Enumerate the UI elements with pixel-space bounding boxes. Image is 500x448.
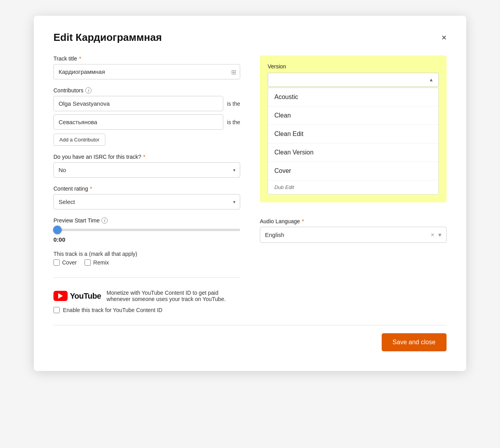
right-column: Version ▲ Acoustic Clean Clean Edit Clea… [260,55,447,313]
track-type-checkbox-row: Cover Remix [53,259,240,266]
track-title-group: Track title * ⊞ [53,55,240,79]
preview-start-time-label: Preview Start Time i [53,217,240,224]
isrc-label: Do you have an ISRC for this track? * [53,154,240,160]
version-section: Version ▲ Acoustic Clean Clean Edit Clea… [260,55,447,202]
left-column: Track title * ⊞ Contributors i is the [53,55,240,313]
isrc-select[interactable]: No Yes [53,162,240,178]
contributors-list: is the is the Add a Contributor [53,96,240,146]
track-title-input-wrap: ⊞ [53,64,240,79]
version-select-arrow-icon: ▲ [429,77,434,83]
cover-checkbox[interactable] [53,259,60,266]
contributor-name-input-2[interactable] [53,114,223,130]
audio-language-select[interactable]: English × ▾ [260,227,447,243]
save-and-close-button[interactable]: Save and close [382,333,447,351]
version-option-acoustic[interactable]: Acoustic [268,88,438,106]
modal-body: Track title * ⊞ Contributors i is the [53,55,447,313]
content-rating-label: Content rating * [53,185,240,192]
contributor-row: is the [53,114,240,130]
content-rating-group: Content rating * Select Clean Explicit ▾ [53,185,240,209]
youtube-description: Monetize with YouTube Content ID to get … [107,290,240,302]
track-type-label: This track is a (mark all that apply) [53,251,240,257]
version-select-box[interactable]: ▲ [268,73,439,87]
isrc-group: Do you have an ISRC for this track? * No… [53,154,240,178]
cover-label: Cover [62,259,77,266]
version-option-clean-edit[interactable]: Clean Edit [268,125,438,143]
audio-language-group: Audio Language * English × ▾ [260,218,447,243]
isrc-required: * [143,154,145,160]
contributor-row: is the [53,96,240,111]
version-option-cover[interactable]: Cover [268,162,438,180]
isrc-select-wrap: No Yes ▾ [53,162,240,178]
youtube-content-id-label: Enable this track for YouTube Content ID [63,307,162,313]
youtube-play-triangle [58,293,63,299]
youtube-content-id-checkbox[interactable] [53,307,60,313]
youtube-header: YouTube Monetize with YouTube Content ID… [53,290,240,302]
contributors-label: Contributors i [53,87,240,94]
youtube-section: YouTube Monetize with YouTube Content ID… [53,290,240,313]
edit-modal: Edit Кардиограммная × Track title * ⊞ Co… [34,16,466,371]
youtube-logo: YouTube [53,291,101,301]
modal-title: Edit Кардиограммная [53,31,162,44]
youtube-icon [53,291,68,301]
contributor-name-input-1[interactable] [53,96,223,111]
remix-checkbox-item: Remix [85,259,109,266]
content-rating-select-wrap: Select Clean Explicit ▾ [53,194,240,209]
preview-start-time-group: Preview Start Time i 0:00 [53,217,240,243]
cover-checkbox-item: Cover [53,259,77,266]
version-option-clean[interactable]: Clean [268,106,438,125]
version-option-clean-version[interactable]: Clean Version [268,143,438,162]
is-the-label-1: is the [227,101,240,107]
version-dropdown-list: Acoustic Clean Clean Edit Clean Version … [268,88,439,195]
is-the-label-2: is the [227,119,240,125]
preview-info-icon[interactable]: i [101,217,108,224]
remix-checkbox[interactable] [85,259,91,266]
youtube-text: YouTube [70,292,101,301]
modal-header: Edit Кардиограммная × [53,31,447,44]
audio-language-dropdown-icon[interactable]: ▾ [438,231,441,239]
audio-language-controls: × ▾ [431,231,441,239]
slider-thumb[interactable] [53,226,62,234]
remix-label: Remix [93,259,109,266]
slider-time-display: 0:00 [53,236,240,243]
modal-footer: Save and close [53,325,447,351]
contributors-group: Contributors i is the is the Add a Contr… [53,87,240,146]
track-title-input[interactable] [53,64,240,79]
contributors-info-icon[interactable]: i [85,87,92,94]
track-title-label: Track title * [53,55,240,62]
audio-language-required: * [302,218,304,224]
audio-language-value: English [265,231,284,238]
content-rating-required: * [90,185,92,192]
audio-language-label: Audio Language * [260,218,447,224]
section-divider-1 [53,277,240,278]
content-rating-select[interactable]: Select Clean Explicit [53,194,240,209]
audio-language-clear-icon[interactable]: × [431,231,434,239]
version-label: Version [268,63,439,70]
slider-wrap [53,226,240,234]
add-contributor-button[interactable]: Add a Contributor [53,134,105,146]
close-button[interactable]: × [441,33,447,42]
required-asterisk: * [79,55,81,62]
youtube-checkbox-row: Enable this track for YouTube Content ID [53,307,240,313]
track-type-group: This track is a (mark all that apply) Co… [53,251,240,266]
title-copy-icon: ⊞ [231,68,236,75]
version-option-dub-edit[interactable]: Dub Edit [268,180,438,194]
slider-track [53,229,240,231]
